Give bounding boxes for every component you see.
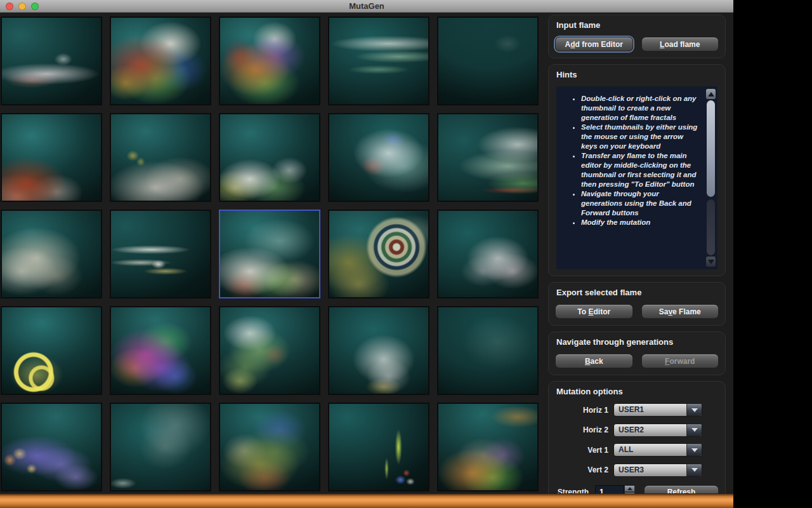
flame-thumbnail[interactable] [219,403,320,491]
flame-thumbnail[interactable] [328,306,429,395]
horiz-1-dropdown[interactable]: USER1 [613,403,702,417]
arrow-down-icon [708,260,714,264]
section-title: Export selected flame [556,288,719,297]
titlebar[interactable]: MutaGen [0,0,733,13]
chevron-down-icon[interactable] [686,464,702,476]
thumbnail-grid [0,13,543,495]
mutation-options-section: Mutation options Horiz 1 USER1 Horiz 2 U… [548,381,726,507]
section-title: Hints [556,70,719,79]
load-flame-button[interactable]: Load flame [641,37,719,51]
hints-section: Hints Double-click or right-click on any… [548,64,726,276]
flame-thumbnail[interactable] [1,210,102,298]
flame-thumbnail[interactable] [1,403,102,491]
flame-thumbnail[interactable] [437,113,539,202]
section-title: Input flame [556,20,719,30]
scroll-up-button[interactable] [706,89,716,99]
flame-thumbnail[interactable] [437,403,539,491]
forward-button[interactable]: Forward [641,354,719,368]
chevron-down-icon[interactable] [686,404,702,416]
desktop: MutaGen Input flame Add from Editor Load… [0,0,812,508]
vert-1-label: Vert 1 [555,446,608,455]
chevron-down-icon[interactable] [686,424,702,436]
render-progress-bar [0,493,733,508]
to-editor-button[interactable]: To Editor [555,304,633,319]
horiz-1-label: Horiz 1 [555,406,608,415]
chevron-down-icon[interactable] [686,444,702,456]
flame-thumbnail[interactable] [110,306,211,395]
hint-item: Modify the mutation [581,218,698,227]
scroll-down-button[interactable] [706,257,716,267]
window-title: MutaGen [0,1,733,11]
export-section: Export selected flame To Editor Save Fla… [548,282,726,326]
hints-text-area[interactable]: Double-click or right-click on any thumb… [556,86,717,269]
section-title: Navigate through generations [556,337,719,347]
mutagen-window: MutaGen Input flame Add from Editor Load… [0,0,733,508]
horiz-2-dropdown[interactable]: USER2 [613,424,702,437]
scrollbar-track[interactable] [707,199,715,255]
side-panel: Input flame Add from Editor Load flame H… [543,13,733,495]
flame-thumbnail[interactable] [110,403,211,491]
flame-thumbnail[interactable] [328,210,429,298]
hints-list: Double-click or right-click on any thumb… [573,94,698,227]
section-title: Mutation options [556,387,719,396]
vert-1-dropdown[interactable]: ALL [613,443,702,457]
flame-thumbnail[interactable] [328,17,429,105]
vert-2-dropdown[interactable]: USER3 [613,464,702,477]
arrow-up-icon [708,92,714,97]
flame-thumbnail[interactable] [437,306,539,395]
add-from-editor-button[interactable]: Add from Editor [555,37,633,51]
flame-thumbnail[interactable] [1,17,102,105]
arrow-up-icon [627,487,632,490]
hint-item: Transfer any flame to the main editor by… [581,151,698,189]
flame-thumbnail[interactable] [437,17,539,105]
hint-item: Double-click or right-click on any thumb… [581,94,698,123]
flame-thumbnail[interactable] [1,113,102,202]
scrollbar-thumb[interactable] [707,100,715,197]
flame-thumbnail[interactable] [219,113,320,202]
hint-item: Navigate through your generations using … [581,189,698,218]
flame-thumbnail[interactable] [110,113,211,202]
horiz-2-label: Horiz 2 [555,425,608,434]
flame-thumbnail[interactable] [219,210,320,298]
input-flame-section: Input flame Add from Editor Load flame [548,15,726,58]
flame-thumbnail[interactable] [219,17,320,105]
flame-thumbnail[interactable] [219,306,320,395]
spinner-up-button[interactable] [624,485,635,492]
flame-thumbnail[interactable] [110,17,211,105]
back-button[interactable]: Back [555,354,633,368]
flame-thumbnail[interactable] [110,210,211,298]
save-flame-button[interactable]: Save Flame [641,304,719,319]
flame-thumbnail[interactable] [328,403,429,491]
flame-thumbnail[interactable] [1,306,102,395]
flame-thumbnail[interactable] [328,113,429,202]
vert-2-label: Vert 2 [555,465,608,474]
hint-item: Select thumbnails by either using the mo… [581,123,698,151]
hints-scrollbar [706,89,716,267]
navigate-section: Navigate through generations Back Forwar… [548,331,726,375]
flame-thumbnail[interactable] [437,210,539,298]
